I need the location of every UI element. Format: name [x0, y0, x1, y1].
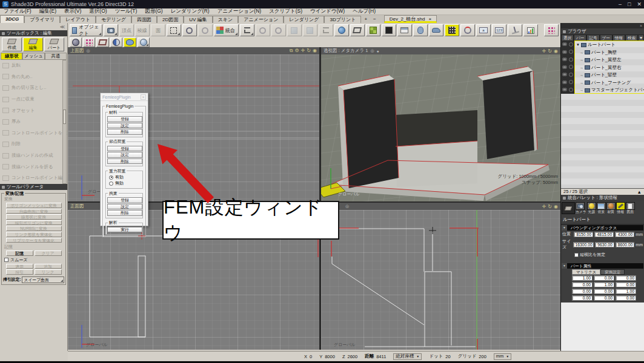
position-x-field[interactable]: 8150.00 — [574, 232, 593, 237]
nodal-load-settings-button[interactable]: 設定 — [107, 152, 142, 158]
mesh-vertex-button[interactable] — [83, 38, 95, 47]
matrix-cell[interactable]: 0.00 — [616, 275, 636, 281]
coord-mode-select[interactable]: 絶対座標▼ — [393, 353, 422, 360]
eye-icon[interactable] — [562, 50, 567, 54]
move-view-icon4[interactable]: ✛ — [542, 204, 546, 209]
select-circle-icon[interactable] — [569, 57, 573, 62]
gravity-enabled-radio[interactable] — [109, 175, 113, 180]
tab-mesh[interactable]: メッシュ — [22, 53, 44, 60]
eye-icon[interactable] — [562, 57, 567, 61]
mesh-edge-button[interactable] — [96, 38, 109, 47]
move-view-icon[interactable]: ✛ — [301, 48, 305, 54]
hierarchy-button[interactable] — [240, 24, 254, 36]
mesh-face-button[interactable] — [110, 38, 122, 47]
femleeg-plugin-dialog[interactable]: FemleegPlugin × FemleegPlugin 材料 登録 設定 削… — [100, 93, 148, 226]
info-palette-button[interactable]: 情報 — [616, 202, 625, 214]
tab-common[interactable]: 共通 — [45, 53, 67, 60]
sphere-preview-button[interactable] — [138, 38, 150, 47]
nodal-load-register-button[interactable]: 登録 — [107, 146, 142, 152]
object-mode-button[interactable]: オブジェクト — [70, 24, 102, 36]
matrix-cell[interactable]: 1.00 — [616, 289, 636, 294]
tree-item-parapet[interactable]: →パート_胸壁 — [575, 49, 644, 57]
eye-icon[interactable] — [562, 73, 567, 76]
select-circle-icon[interactable] — [569, 42, 573, 47]
material-settings-button[interactable]: 設定 — [107, 123, 142, 129]
matrix-tab[interactable]: マトリクス — [572, 269, 600, 275]
mode-part-button[interactable]: パート — [44, 38, 64, 51]
meta-camera-icon[interactable]: ◎ — [370, 48, 374, 53]
camera-lock-icon[interactable]: ● — [377, 49, 379, 53]
menu-script[interactable]: スクリプト(S) — [269, 8, 302, 15]
tree-item-wingwall-right[interactable]: →パート_翼壁右 — [575, 64, 644, 72]
matrix-cell[interactable]: 1.00 — [594, 282, 614, 287]
tree-item-master-object[interactable]: →マスターオブジェクトパート — [575, 87, 644, 94]
numeric-input-button[interactable]: a — [476, 24, 491, 36]
menu-tool[interactable]: ツール(T) — [115, 8, 138, 15]
mode-edit-button[interactable]: 編集 — [23, 38, 43, 51]
pan-icon[interactable]: ⧉ — [290, 48, 293, 54]
background-palette-button[interactable]: 背景 — [597, 202, 606, 214]
workspace-tab-uv[interactable]: UV 編集 — [184, 16, 212, 23]
workspace-tab-layout[interactable]: レイアウト — [60, 16, 96, 23]
position-y-field[interactable]: 4815.00 — [594, 232, 614, 237]
rotate-select-button[interactable] — [182, 24, 197, 36]
orbit-icon4[interactable]: ↻ — [548, 204, 552, 209]
sweep-setting-select[interactable]: スイープ曲面 — [22, 276, 64, 283]
constraint-register-button[interactable]: 登録 — [107, 197, 142, 203]
smooth-checkbox[interactable] — [4, 258, 8, 262]
smooth-shade-button[interactable] — [124, 38, 136, 47]
workspace-tab-remove-button[interactable]: − — [370, 16, 379, 23]
workspace-tab-modeling[interactable]: モデリング — [96, 16, 131, 23]
chart-button[interactable] — [523, 24, 538, 36]
maximize-button[interactable]: □ — [628, 1, 631, 7]
tree-item-wingwall-left[interactable]: →パート_翼壁左 — [575, 56, 644, 64]
menu-edit[interactable]: 編集(E) — [39, 8, 56, 15]
select-circle-icon[interactable] — [569, 50, 573, 54]
workspace-tab-3dcg[interactable]: 3DCG — [0, 15, 24, 23]
select-circle-icon[interactable] — [569, 65, 573, 69]
rect-select-button[interactable] — [167, 24, 181, 36]
mesh-sphere-button[interactable] — [70, 38, 82, 47]
zoom-icon2[interactable]: ◉ — [554, 48, 558, 54]
minimize-button[interactable]: – — [619, 1, 622, 7]
matrix-cell[interactable]: 0.00 — [594, 289, 614, 294]
workspace-tab-skin[interactable]: スキン — [213, 16, 239, 23]
workspace-tab-2d[interactable]: 2D図面 — [157, 16, 184, 23]
vehicle-button[interactable] — [429, 24, 443, 36]
matrix-cell[interactable]: 0.00 — [572, 289, 593, 294]
measure-button[interactable] — [508, 24, 522, 36]
select-circle-icon[interactable] — [569, 88, 573, 92]
browser-tab-symbol[interactable]: 記号 — [586, 34, 599, 41]
browser-tab-info[interactable]: 情報 — [612, 34, 625, 41]
size-x-field[interactable]: 16300.00 — [573, 242, 594, 247]
matrix-cell[interactable]: 0.00 — [616, 282, 636, 287]
browser-tab-more-icon[interactable]: ▼ — [638, 34, 644, 41]
material-palette-button[interactable]: 材質 — [606, 202, 616, 214]
browser-tab-part[interactable]: パー — [574, 34, 586, 41]
camera-tool-button[interactable] — [104, 24, 118, 36]
viewport-gear-icon[interactable]: ⚙ — [294, 48, 299, 54]
orbit-icon[interactable]: ↻ — [307, 48, 311, 54]
light-palette-button[interactable]: 光源 — [587, 202, 596, 214]
file-tab[interactable]: Dev_2_橋台.shd × — [384, 15, 437, 23]
move-view-icon2[interactable]: ✛ — [542, 48, 546, 54]
eye-icon[interactable] — [562, 65, 567, 69]
workspace-tab-rendering[interactable]: レンダリング — [284, 16, 324, 23]
wireframe-button[interactable] — [350, 24, 365, 36]
camera-palette-button[interactable]: カメラ — [576, 202, 586, 214]
expand-arrow-icon[interactable]: ▼ — [576, 43, 580, 47]
menu-file[interactable]: ファイル(F) — [4, 8, 32, 15]
matrix-cell[interactable]: 0.00 — [594, 275, 614, 281]
menu-view[interactable]: 表示(V) — [64, 8, 81, 15]
toolbox-collapse-button[interactable]: ≪ — [0, 23, 67, 30]
constraint-settings-button[interactable]: 設定 — [107, 204, 142, 210]
material-register-button[interactable]: 登録 — [107, 116, 142, 122]
camera-select-icon[interactable]: ◎ — [87, 48, 90, 53]
nodal-load-delete-button[interactable]: 削除 — [107, 159, 142, 165]
aspect-lock-checkbox[interactable] — [574, 253, 579, 257]
zoom-icon4[interactable]: ◉ — [554, 204, 558, 209]
toolbox-scrollbar[interactable] — [62, 60, 67, 184]
tab-lineshape[interactable]: 線形状 — [1, 53, 22, 60]
position-z-field[interactable]: 4300.00 — [615, 232, 634, 237]
plugin-button[interactable] — [544, 24, 559, 36]
